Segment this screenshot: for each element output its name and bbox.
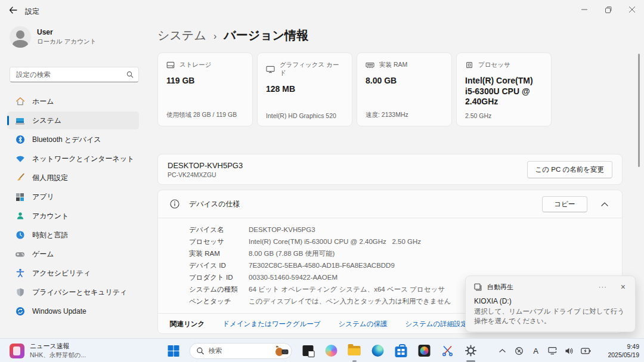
autoplay-toast[interactable]: 自動再生 ··· × KIOXIA (D:) 選択して、リムーバブル ドライブ … (465, 276, 636, 332)
sidebar-item-label: ホーム (32, 97, 54, 107)
user-account[interactable]: User ローカル アカウント (10, 26, 96, 48)
page-title: バージョン情報 (224, 27, 308, 44)
person-icon (15, 211, 25, 221)
sidebar-item-gaming[interactable]: ゲーム (7, 245, 139, 263)
user-account-type: ローカル アカウント (37, 38, 96, 46)
tray-battery-icon[interactable] (580, 345, 592, 357)
sidebar-item-label: アクセシビリティ (32, 268, 91, 279)
copy-button[interactable]: コピー (542, 196, 587, 212)
sidebar-item-accessibility[interactable]: アクセシビリティ (7, 264, 139, 282)
sidebar-item-label: 時刻と言語 (32, 230, 68, 240)
system-icon (15, 116, 25, 126)
sidebar-item-label: システム (32, 116, 61, 126)
toast-app-name: 自動再生 (487, 283, 589, 292)
card-value: 119 GB (166, 76, 244, 86)
search-icon (197, 347, 205, 355)
sidebar-item-label: アプリ (32, 192, 54, 202)
sidebar: User ローカル アカウント ホーム システム Bluetooth とデバイス (0, 20, 149, 338)
snipping-tool-button[interactable] (440, 344, 455, 358)
card-footer: 2.50 GHz (465, 112, 491, 119)
card-label: 実装 RAM (379, 61, 407, 69)
ram-icon (366, 61, 374, 69)
tray-chevron-up-icon[interactable] (497, 345, 508, 357)
storage-icon (166, 61, 175, 69)
avatar (10, 26, 31, 48)
sidebar-item-apps[interactable]: アプリ (7, 188, 139, 206)
settings-search-input[interactable] (16, 71, 126, 78)
tray-ime-mode[interactable]: A (530, 345, 541, 357)
task-view-button[interactable] (301, 344, 315, 358)
sidebar-item-home[interactable]: ホーム (7, 92, 139, 110)
sidebar-item-bluetooth-devices[interactable]: Bluetooth とデバイス (7, 131, 139, 148)
back-button[interactable] (5, 3, 21, 17)
card-footer: Intel(R) HD Graphics 520 (266, 112, 336, 119)
taskbar-clock[interactable]: 9:49 2025/05/19 (608, 339, 639, 362)
microsoft-store-button[interactable] (394, 344, 408, 358)
taskbar: ニュース速報 NHK、永野芽郁の... (0, 338, 644, 362)
taskbar-search-input[interactable] (209, 347, 270, 354)
sidebar-item-privacy-security[interactable]: プライバシーとセキュリティ (7, 283, 139, 301)
snipping-tool-icon (441, 345, 453, 357)
card-label: プロセッサ (478, 61, 510, 69)
windows-logo-icon (168, 345, 179, 357)
sidebar-item-label: Windows Update (32, 307, 86, 315)
sidebar-item-windows-update[interactable]: Windows Update (7, 302, 139, 320)
running-indicator (352, 360, 357, 362)
clock-time: 9:49 (627, 342, 639, 351)
spec-section-title: デバイスの仕様 (189, 199, 532, 209)
link-system-protection[interactable]: システムの保護 (339, 320, 388, 329)
toast-message: 選択して、リムーバブル ドライブ に対して行う操作を選んでください。 (466, 305, 635, 326)
autoplay-icon (474, 283, 482, 291)
storage-card: ストレージ 119 GB 使用領域 28 GB / 119 GB (157, 52, 253, 126)
device-name-card: DESKTOP-KVH5PG3 PC-VK24MXZGU この PC の名前を変… (157, 154, 623, 185)
device-model: PC-VK24MXZGU (168, 171, 243, 178)
start-button[interactable] (166, 344, 181, 358)
edge-button[interactable] (370, 344, 385, 358)
toast-title: KIOXIA (D:) (466, 292, 635, 305)
spec-row-ram: 実装 RAM8.00 GB (7.88 GB 使用可能) (189, 247, 612, 259)
minimize-button[interactable] (572, 0, 596, 19)
link-advanced-system-settings[interactable]: システムの詳細設定 (405, 320, 467, 329)
copilot-button[interactable] (324, 344, 339, 358)
sidebar-item-time-language[interactable]: 時刻と言語 (7, 226, 139, 244)
sidebar-item-accounts[interactable]: アカウント (7, 207, 139, 225)
rename-pc-button[interactable]: この PC の名前を変更 (527, 161, 612, 178)
sidebar-item-system[interactable]: システム (7, 112, 139, 129)
gpu-icon (266, 66, 275, 73)
sidebar-item-personalization[interactable]: 個人用設定 (7, 169, 139, 187)
maximize-button[interactable] (596, 0, 620, 19)
task-view-icon (302, 345, 313, 356)
settings-search[interactable] (10, 67, 139, 82)
toast-close-button[interactable]: × (617, 282, 629, 292)
tray-ethernet-icon[interactable] (547, 345, 558, 357)
sidebar-item-label: ネットワークとインターネット (32, 154, 134, 164)
edge-icon (371, 345, 383, 357)
store-icon (395, 346, 407, 357)
widgets-news-icon (10, 344, 24, 358)
close-button[interactable] (620, 0, 644, 19)
breadcrumb-separator: › (213, 31, 216, 42)
sidebar-item-label: アカウント (32, 211, 69, 221)
gamepad-icon (15, 249, 25, 259)
link-domain-workgroup[interactable]: ドメインまたはワークグループ (222, 320, 320, 329)
photos-icon (418, 345, 430, 357)
chevron-up-icon[interactable] (597, 202, 612, 206)
copilot-icon (325, 345, 337, 357)
tray-volume-icon[interactable] (564, 345, 575, 357)
card-footer: 使用領域 28 GB / 119 GB (166, 111, 237, 119)
breadcrumb-system[interactable]: システム (157, 27, 206, 44)
settings-app-button[interactable] (463, 344, 478, 358)
update-icon (15, 307, 25, 317)
card-value: 8.00 GB (366, 76, 443, 86)
toast-more-button[interactable]: ··· (594, 283, 612, 290)
tray-pen-disabled-icon[interactable] (513, 345, 525, 357)
card-value: Intel(R) Core(TM) i5-6300U CPU @ 2.40GHz (465, 76, 543, 107)
scrollbar[interactable] (638, 54, 640, 167)
photos-button[interactable] (417, 344, 432, 358)
device-specifications-header[interactable]: デバイスの仕様 コピー (158, 190, 622, 218)
search-highlight-image (274, 345, 290, 357)
sidebar-item-network-internet[interactable]: ネットワークとインターネット (7, 150, 139, 168)
file-explorer-button[interactable] (347, 344, 362, 358)
taskbar-search[interactable] (190, 343, 292, 359)
widgets-button[interactable]: ニュース速報 NHK、永野芽郁の... (6, 339, 89, 362)
